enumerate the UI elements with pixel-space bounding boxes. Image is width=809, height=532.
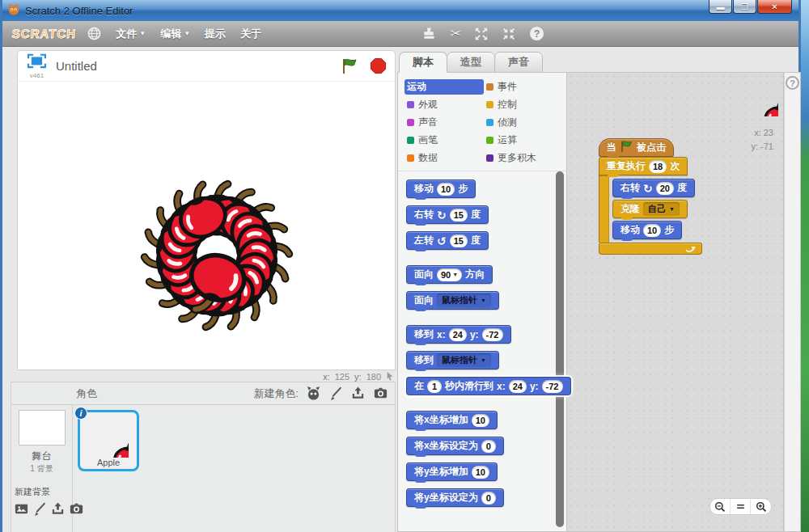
stop-button[interactable]	[370, 57, 387, 74]
maximize-button[interactable]: ❐	[733, 0, 756, 14]
zoom-in-icon[interactable]	[751, 499, 771, 514]
block-将y坐标设定为[interactable]: 将y坐标设定为0	[406, 488, 504, 507]
number-input[interactable]: -72	[482, 328, 503, 341]
category-运算[interactable]: 运算	[484, 133, 563, 148]
grow-icon[interactable]	[474, 27, 489, 41]
block-克隆[interactable]: 克隆自己▼	[612, 200, 688, 218]
number-input[interactable]: 0	[481, 440, 496, 453]
stamp-icon[interactable]	[421, 26, 437, 41]
menu-提示[interactable]: 提示	[201, 25, 229, 43]
green-flag-icon[interactable]	[620, 140, 633, 156]
number-input[interactable]: 18	[649, 160, 667, 173]
dropdown-鼠标指针[interactable]: 鼠标指针▼	[437, 293, 491, 307]
number-input[interactable]: 10	[472, 466, 489, 479]
tab-脚本[interactable]: 脚本	[399, 52, 447, 73]
category-控制[interactable]: 控制	[484, 97, 563, 112]
sprite-list: i Apple	[73, 405, 395, 532]
category-画笔[interactable]: 画笔	[404, 133, 484, 148]
help-icon[interactable]: ?	[529, 26, 544, 41]
category-侦测[interactable]: 侦测	[484, 115, 563, 130]
number-input[interactable]: 24	[449, 328, 467, 341]
menu-文件[interactable]: 文件▼	[112, 25, 149, 43]
block-右转度[interactable]: 右转↻20度	[612, 179, 695, 197]
sprite-x: 23	[764, 128, 773, 137]
category-事件[interactable]: 事件	[484, 79, 563, 95]
turn-ccw-icon[interactable]: ↺	[437, 235, 447, 247]
scissors-icon[interactable]: ✂	[450, 25, 461, 42]
block-label: 克隆	[621, 202, 640, 216]
minimize-button[interactable]: ▬	[709, 0, 732, 14]
category-运动[interactable]: 运动	[404, 79, 484, 95]
block-label: 被点击	[637, 141, 666, 154]
number-input[interactable]: 20	[656, 182, 674, 195]
script-stack[interactable]: 当被点击重复执行18次右转↻20度克隆自己▼移动10步	[599, 138, 702, 255]
upload-icon[interactable]	[50, 501, 66, 517]
block-将x坐标增加[interactable]: 将x坐标增加10	[406, 411, 498, 429]
dropdown-自己[interactable]: 自己▼	[643, 202, 680, 216]
turn-cw-icon[interactable]: ↻	[643, 183, 653, 194]
block-移到x:y:[interactable]: 移到x:24y:-72	[406, 325, 511, 344]
number-dropdown[interactable]: 90▼	[437, 268, 462, 281]
close-button[interactable]: ✕	[757, 0, 792, 14]
block-label: 面向	[414, 293, 434, 307]
number-input[interactable]: -72	[542, 380, 563, 393]
category-更多积木[interactable]: 更多积木	[484, 150, 563, 166]
block-重复执行次[interactable]: 重复执行18次	[599, 157, 688, 175]
block-移到[interactable]: 移到鼠标指针▼	[406, 351, 499, 369]
camera-icon[interactable]	[373, 386, 388, 401]
category-外观[interactable]: 外观	[404, 97, 484, 112]
number-input[interactable]: 1	[427, 380, 442, 393]
new-sprite-library-icon[interactable]	[306, 386, 321, 401]
block-将y坐标增加[interactable]: 将y坐标增加10	[406, 462, 498, 481]
hat-block-当被点击[interactable]: 当被点击	[599, 138, 674, 157]
menu-关于[interactable]: 关于	[237, 25, 265, 43]
sprite-info-icon[interactable]: i	[74, 407, 87, 423]
green-flag-button[interactable]	[341, 57, 358, 75]
number-input[interactable]: 0	[481, 492, 496, 505]
paintbrush-icon[interactable]	[328, 386, 343, 401]
block-将x坐标设定为[interactable]: 将x坐标设定为0	[406, 437, 504, 455]
number-input[interactable]: 10	[437, 183, 455, 196]
block-label: 在	[414, 379, 424, 393]
shrink-icon[interactable]	[502, 27, 516, 41]
tab-造型[interactable]: 造型	[447, 52, 495, 73]
block-label: 度	[471, 234, 481, 247]
zoom-reset-icon[interactable]	[731, 499, 751, 514]
block-在秒内滑行到x:y:[interactable]: 在1秒内滑行到x:24y:-72	[406, 377, 571, 395]
presentation-mode-button[interactable]: v461	[26, 53, 48, 79]
number-input[interactable]: 24	[509, 380, 527, 393]
block-label: 当	[607, 141, 616, 154]
zoom-out-icon[interactable]	[710, 499, 731, 514]
sprite-thumbnail-apple[interactable]: i Apple	[78, 410, 139, 471]
block-label: 移动	[414, 182, 434, 196]
block-右转度[interactable]: 右转↻15度	[406, 205, 489, 224]
number-input[interactable]: 15	[450, 209, 468, 222]
block-移动步[interactable]: 移动10步	[406, 179, 476, 198]
turn-cw-icon[interactable]: ↻	[437, 209, 447, 221]
block-左转度[interactable]: 左转↺15度	[406, 231, 489, 250]
number-input[interactable]: 15	[450, 234, 468, 247]
stage-thumbnail[interactable]	[19, 410, 66, 445]
script-area[interactable]: x: 23 y: -71 当被点击重复执行18次右转↻20度克隆自己▼移动10步	[567, 72, 784, 532]
paintbrush-icon[interactable]	[32, 501, 47, 517]
mouse-y: 180	[366, 372, 381, 382]
tab-声音[interactable]: 声音	[494, 52, 543, 73]
number-input[interactable]: 10	[643, 224, 661, 237]
category-数据[interactable]: 数据	[404, 150, 484, 166]
menu-编辑[interactable]: 编辑▼	[157, 25, 193, 43]
number-input[interactable]: 10	[472, 414, 489, 427]
block-移动步[interactable]: 移动10步	[612, 221, 682, 239]
mouse-cursor-icon	[386, 371, 394, 382]
dropdown-鼠标指针[interactable]: 鼠标指针▼	[437, 353, 491, 367]
help-question-button[interactable]: ?	[786, 76, 799, 90]
mouse-coordinates: x:125 y:180	[17, 371, 396, 382]
repeat-c-block[interactable]: 重复执行18次右转↻20度克隆自己▼移动10步	[599, 157, 702, 255]
picture-icon[interactable]	[14, 501, 29, 517]
stage-canvas[interactable]	[18, 82, 395, 369]
language-globe-icon[interactable]	[87, 27, 101, 40]
category-声音[interactable]: 声音	[404, 115, 484, 130]
apple-clone-spiral[interactable]	[131, 175, 303, 346]
block-面向[interactable]: 面向鼠标指针▼	[406, 291, 499, 310]
upload-icon[interactable]	[350, 386, 366, 401]
block-面向方向[interactable]: 面向90▼方向	[406, 265, 493, 284]
